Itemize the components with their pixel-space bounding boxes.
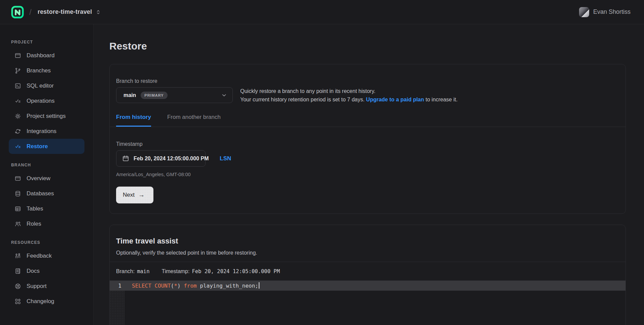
arrow-right-icon: → xyxy=(138,191,145,199)
restore-icon xyxy=(14,143,21,150)
feedback-icon xyxy=(14,253,21,259)
project-switcher-icon[interactable] xyxy=(96,9,101,15)
sidebar-item-label: Restore xyxy=(27,143,48,150)
sidebar-section-branch: BRANCH xyxy=(11,163,93,167)
branch-select[interactable]: main PRIMARY xyxy=(116,87,233,103)
sidebar-item-databases[interactable]: Databases xyxy=(9,186,84,201)
branch-select-group: Branch to restore main PRIMARY xyxy=(116,78,233,104)
assist-branch-info: Branch: main Timestamp: Feb 20, 2024 12:… xyxy=(110,262,625,281)
sidebar-item-restore[interactable]: Restore xyxy=(9,139,84,154)
upgrade-plan-link[interactable]: Upgrade to a paid plan xyxy=(366,97,424,102)
sidebar-section-resources: RESOURCES xyxy=(11,240,93,245)
timestamp-input[interactable]: Feb 20, 2024 12:05:00.000 PM xyxy=(116,150,206,167)
description-line1: Quickly restore a branch to any point in… xyxy=(240,87,458,95)
assist-timestamp-label: Timestamp: xyxy=(162,268,189,274)
sidebar-item-sql-editor[interactable]: SQL editor xyxy=(9,78,84,93)
editor-empty-area[interactable] xyxy=(110,291,625,325)
overview-icon xyxy=(14,175,21,182)
user-menu[interactable]: Evan Shortiss xyxy=(579,7,631,17)
assist-timestamp-value: Feb 20, 2024 12:05:00.000 PM xyxy=(192,268,280,274)
operations-icon xyxy=(14,98,21,104)
sidebar-item-changelog[interactable]: Changelog xyxy=(9,294,84,309)
primary-badge: PRIMARY xyxy=(141,92,167,99)
roles-icon xyxy=(14,221,21,227)
sidebar-item-tables[interactable]: Tables xyxy=(9,201,84,216)
sidebar-section-project: PROJECT xyxy=(11,40,93,44)
docs-icon xyxy=(14,268,21,274)
sidebar-item-label: Docs xyxy=(27,268,40,274)
sidebar-item-label: Integrations xyxy=(27,128,57,135)
avatar xyxy=(579,7,589,17)
page-title: Restore xyxy=(109,40,626,52)
text-cursor xyxy=(259,282,259,289)
chevron-down-icon xyxy=(221,92,227,98)
sidebar-item-label: SQL editor xyxy=(27,83,54,89)
sidebar-item-label: Roles xyxy=(27,221,41,227)
sidebar-item-branches[interactable]: Branches xyxy=(9,63,84,78)
sidebar: PROJECT Dashboard Branches SQL editor Op… xyxy=(0,24,94,325)
sidebar-item-docs[interactable]: Docs xyxy=(9,263,84,279)
description-line2: Your current history retention period is… xyxy=(240,95,458,104)
restore-description: Quickly restore a branch to any point in… xyxy=(240,87,458,104)
branch-select-value: main xyxy=(123,92,136,98)
timestamp-value: Feb 20, 2024 12:05:00.000 PM xyxy=(134,156,209,162)
sidebar-item-label: Databases xyxy=(27,190,54,197)
sidebar-item-roles[interactable]: Roles xyxy=(9,216,84,231)
sidebar-item-project-settings[interactable]: Project settings xyxy=(9,108,84,124)
calendar-icon xyxy=(122,155,129,162)
sidebar-item-operations[interactable]: Operations xyxy=(9,93,84,108)
gear-icon xyxy=(14,113,21,120)
assist-branch-label: Branch: xyxy=(116,268,135,274)
assist-branch-value: main xyxy=(137,268,149,274)
project-name[interactable]: restore-time-travel xyxy=(38,8,92,15)
main-content: Restore Branch to restore main PRIMARY Q… xyxy=(94,24,644,325)
tab-from-another-branch[interactable]: From another branch xyxy=(167,114,221,127)
assist-subtitle: Optionally, verify the selected point in… xyxy=(116,250,619,256)
sidebar-item-integrations[interactable]: Integrations xyxy=(9,124,84,139)
sidebar-item-label: Tables xyxy=(27,205,43,212)
sql-editor-icon xyxy=(14,83,21,89)
sidebar-item-label: Changelog xyxy=(27,298,54,305)
user-name: Evan Shortiss xyxy=(593,8,631,15)
sidebar-item-feedback[interactable]: Feedback xyxy=(9,248,84,263)
sidebar-item-label: Overview xyxy=(27,175,50,182)
sidebar-item-support[interactable]: Support xyxy=(9,279,84,294)
next-button[interactable]: Next → xyxy=(116,187,153,203)
assist-title: Time travel assist xyxy=(116,237,619,246)
next-button-label: Next xyxy=(123,192,135,198)
line-number: 1 xyxy=(110,283,124,289)
branches-icon xyxy=(14,67,21,74)
sidebar-item-overview[interactable]: Overview xyxy=(9,171,84,186)
dashboard-icon xyxy=(14,52,21,59)
description-line2-suffix: to increase it. xyxy=(424,97,458,102)
database-icon xyxy=(14,190,21,197)
table-icon xyxy=(14,205,21,212)
support-icon xyxy=(14,283,21,290)
sidebar-item-label: Operations xyxy=(27,98,55,104)
restore-tabs: From history From another branch xyxy=(110,114,625,127)
restore-card: Branch to restore main PRIMARY Quickly r… xyxy=(109,64,626,214)
sidebar-item-label: Project settings xyxy=(27,113,66,120)
tab-from-history[interactable]: From history xyxy=(116,114,151,127)
editor-active-line[interactable]: 1 SELECT COUNT(*) from playing_with_neon… xyxy=(110,281,625,291)
neon-logo-icon[interactable] xyxy=(11,6,24,19)
branch-to-restore-label: Branch to restore xyxy=(116,78,233,84)
timestamp-label: Timestamp xyxy=(116,141,619,147)
sidebar-item-label: Feedback xyxy=(27,253,52,259)
sql-code-line: SELECT COUNT(*) from playing_with_neon; xyxy=(124,282,259,289)
sql-query-editor[interactable]: 1 SELECT COUNT(*) from playing_with_neon… xyxy=(110,281,625,325)
sidebar-item-label: Branches xyxy=(27,67,51,74)
time-travel-assist-card: Time travel assist Optionally, verify th… xyxy=(109,225,626,325)
timezone-note: America/Los_Angeles, GMT-08:00 xyxy=(116,172,619,177)
sidebar-item-label: Support xyxy=(27,283,47,290)
description-line2-prefix: Your current history retention period is… xyxy=(240,97,366,102)
sidebar-item-label: Dashboard xyxy=(27,52,55,59)
editor-gutter xyxy=(110,291,124,325)
changelog-icon xyxy=(14,298,21,305)
sidebar-item-dashboard[interactable]: Dashboard xyxy=(9,48,84,63)
topbar: / restore-time-travel Evan Shortiss xyxy=(0,0,644,24)
breadcrumb-divider: / xyxy=(29,7,32,17)
integrations-icon xyxy=(14,128,21,135)
lsn-link[interactable]: LSN xyxy=(220,155,231,162)
